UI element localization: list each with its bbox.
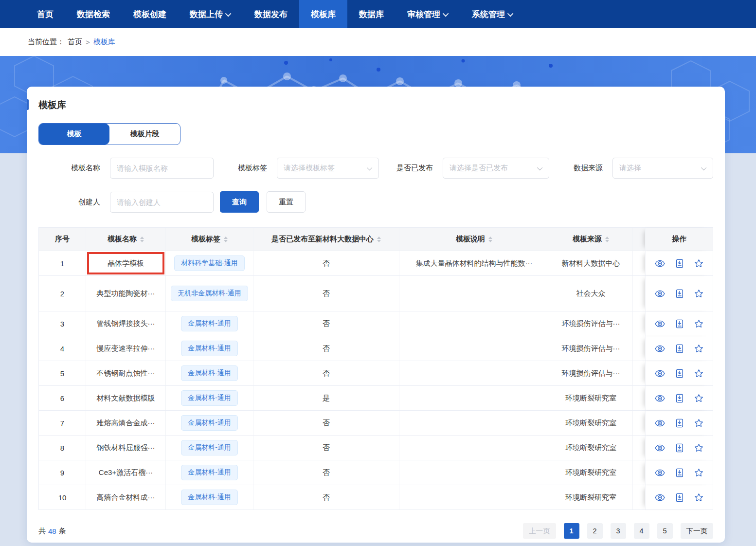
sort-carets-icon[interactable] <box>377 237 381 242</box>
page-button-5[interactable]: 5 <box>657 523 673 539</box>
page-title: 模板库 <box>38 99 713 111</box>
sort-carets-icon[interactable] <box>488 237 492 242</box>
cell-description <box>399 460 549 485</box>
table-row: 6材料文献数据模版金属材料-通用是环境断裂研究室 <box>39 386 713 411</box>
top-navbar: 首页 数据检索 模板创建 数据上传 数据发布 模板库 数据库 审核管理 系统管理 <box>0 0 756 28</box>
view-icon[interactable] <box>655 444 665 452</box>
cell-template-name: 不锈钢耐点蚀性··· <box>86 361 165 385</box>
download-icon[interactable] <box>675 319 684 328</box>
favorite-icon[interactable] <box>694 443 703 452</box>
column-header-序号: 序号 <box>39 228 86 251</box>
table-row: 7难熔高熵合金成···金属材料-通用否环境断裂研究室 <box>39 411 713 436</box>
column-header-模板来源[interactable]: 模板来源 <box>549 228 632 251</box>
reset-button[interactable]: 重置 <box>267 191 306 213</box>
breadcrumb-current[interactable]: 模板库 <box>93 37 115 47</box>
favorite-icon[interactable] <box>694 394 703 402</box>
favorite-icon[interactable] <box>694 289 703 298</box>
download-icon[interactable] <box>675 289 684 298</box>
search-button[interactable]: 查询 <box>220 191 259 213</box>
table-header-row: 序号模板名称模板标签是否已发布至新材料大数据中心模板说明模板来源操作 <box>39 228 713 251</box>
nav-item-data-publish[interactable]: 数据发布 <box>243 0 299 28</box>
tab-template-fragment[interactable]: 模板片段 <box>109 124 180 145</box>
cell-template-tag: 无机非金属材料-通用 <box>165 276 253 311</box>
download-icon[interactable] <box>675 419 684 428</box>
filter-row-2: 创建人 查询 重置 <box>38 191 713 213</box>
download-icon[interactable] <box>675 369 684 378</box>
view-icon[interactable] <box>655 419 665 427</box>
cell-description <box>399 485 549 510</box>
view-icon[interactable] <box>655 320 665 328</box>
nav-item-data-search[interactable]: 数据检索 <box>65 0 122 28</box>
download-icon[interactable] <box>675 344 684 353</box>
sort-carets-icon[interactable] <box>224 237 228 242</box>
column-header-是否已发布至新材料大数据中心[interactable]: 是否已发布至新材料大数据中心 <box>253 228 399 251</box>
cell-published: 否 <box>253 336 399 361</box>
page-button-1[interactable]: 1 <box>564 523 579 539</box>
cell-source: 环境损伤评估与··· <box>549 361 632 385</box>
cell-actions <box>645 311 713 336</box>
published-select[interactable]: 请选择是否已发布 <box>443 158 549 179</box>
cell-template-tag: 金属材料-通用 <box>165 460 253 485</box>
next-page-button[interactable]: 下一页 <box>681 523 714 539</box>
nav-item-data-upload[interactable]: 数据上传 <box>178 0 243 28</box>
column-header-模板标签[interactable]: 模板标签 <box>165 228 253 251</box>
download-icon[interactable] <box>675 259 684 268</box>
nav-item-system-management[interactable]: 系统管理 <box>460 0 525 28</box>
column-header-模板说明[interactable]: 模板说明 <box>399 228 549 251</box>
cell-actions <box>645 485 713 510</box>
cell-index: 1 <box>39 251 86 275</box>
breadcrumb-separator: > <box>86 38 90 46</box>
view-icon[interactable] <box>655 345 665 353</box>
cell-actions <box>645 436 713 460</box>
page-button-2[interactable]: 2 <box>587 523 603 539</box>
view-icon[interactable] <box>655 290 665 298</box>
column-header-模板名称[interactable]: 模板名称 <box>86 228 165 251</box>
view-icon[interactable] <box>655 394 665 402</box>
page-button-3[interactable]: 3 <box>611 523 626 539</box>
template-name-label: 模板名称 <box>50 164 100 173</box>
download-icon[interactable] <box>675 394 684 403</box>
cell-description <box>399 276 549 311</box>
view-icon[interactable] <box>655 493 665 502</box>
template-name-input[interactable] <box>110 158 214 179</box>
cell-actions <box>645 361 713 385</box>
cell-source: 环境损伤评估与··· <box>549 336 632 361</box>
favorite-icon[interactable] <box>694 468 703 477</box>
favorite-icon[interactable] <box>694 419 703 427</box>
favorite-icon[interactable] <box>694 259 703 268</box>
download-icon[interactable] <box>675 468 684 477</box>
data-source-select[interactable]: 请选择 <box>612 158 713 179</box>
creator-input[interactable] <box>110 192 214 213</box>
prev-page-button[interactable]: 上一页 <box>523 523 556 539</box>
nav-item-audit-management[interactable]: 审核管理 <box>396 0 460 28</box>
tab-template[interactable]: 模板 <box>39 124 109 145</box>
cell-spacer <box>632 485 645 510</box>
nav-item-template-library[interactable]: 模板库 <box>299 0 347 28</box>
favorite-icon[interactable] <box>694 344 703 353</box>
download-icon[interactable] <box>675 443 684 453</box>
favorite-icon[interactable] <box>694 493 703 502</box>
favorite-icon[interactable] <box>694 369 703 378</box>
template-tag-select[interactable]: 请选择模板标签 <box>277 158 379 179</box>
nav-item-home[interactable]: 首页 <box>25 0 65 28</box>
cell-published: 否 <box>253 311 399 336</box>
cell-index: 6 <box>39 386 86 410</box>
view-icon[interactable] <box>655 259 665 268</box>
nav-item-database[interactable]: 数据库 <box>347 0 396 28</box>
cell-template-tag: 金属材料-通用 <box>165 361 253 385</box>
template-tag-label: 模板标签 <box>238 164 267 173</box>
breadcrumb-home-link[interactable]: 首页 <box>68 37 82 47</box>
sort-carets-icon[interactable] <box>605 237 609 242</box>
cell-index: 4 <box>39 336 86 361</box>
page-button-4[interactable]: 4 <box>634 523 649 539</box>
download-icon[interactable] <box>675 493 684 502</box>
favorite-icon[interactable] <box>694 319 703 328</box>
cell-spacer <box>632 311 645 336</box>
tag-chip: 无机非金属材料-通用 <box>171 286 248 301</box>
view-icon[interactable] <box>655 369 665 378</box>
sort-carets-icon[interactable] <box>140 237 144 242</box>
nav-item-template-create[interactable]: 模板创建 <box>122 0 178 28</box>
cell-template-name: 晶体学模板 <box>86 251 165 275</box>
view-icon[interactable] <box>655 469 665 477</box>
cell-template-tag: 金属材料-通用 <box>165 436 253 460</box>
